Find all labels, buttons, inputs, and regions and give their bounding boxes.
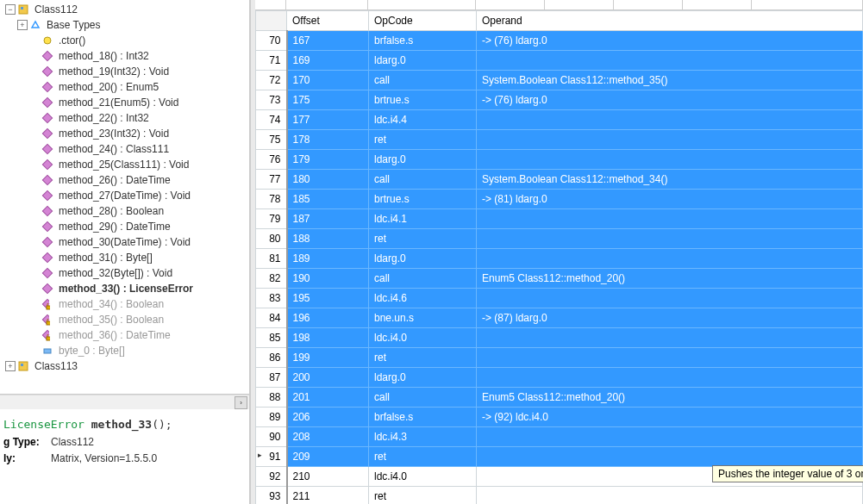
method-icon xyxy=(41,96,53,109)
tree-node-method[interactable]: method_18() : Int32 xyxy=(5,48,247,64)
tree-label: method_25(Class111) : Void xyxy=(57,157,191,172)
tree-node-method[interactable]: method_22() : Int32 xyxy=(5,110,247,126)
method-icon xyxy=(41,221,53,233)
col-header-opcode[interactable]: OpCode xyxy=(369,11,477,31)
cell-index: 78 xyxy=(256,190,287,209)
cell-operand xyxy=(477,130,863,150)
tree-node-method[interactable]: method_31() : Byte[] xyxy=(5,250,247,265)
table-row[interactable]: 81189ldarg.0 xyxy=(256,249,863,269)
table-row[interactable]: 75178ret xyxy=(256,130,863,150)
cell-offset: 196 xyxy=(287,308,369,328)
tree-node-method[interactable]: method_28() : Boolean xyxy=(5,203,247,219)
tree-node-class-sibling[interactable]: + Class113 xyxy=(5,358,247,374)
method-icon xyxy=(41,174,53,186)
cell-operand xyxy=(477,150,863,170)
cell-opcode: ldc.i4.3 xyxy=(369,427,477,447)
expander-placeholder xyxy=(29,113,40,123)
tree-node-method[interactable]: method_25(Class111) : Void xyxy=(5,157,247,172)
table-row[interactable]: 79187ldc.i4.1 xyxy=(256,209,863,229)
sig-method-name: method_33 xyxy=(91,418,152,431)
method-icon xyxy=(41,159,53,171)
col-header-index[interactable] xyxy=(256,11,287,31)
expander-icon[interactable]: − xyxy=(5,4,16,15)
h-scrollbar[interactable]: › xyxy=(0,395,249,409)
tree-node-base-types[interactable]: + Base Types xyxy=(5,17,247,33)
tree-node-method[interactable]: method_33() : LicenseError xyxy=(5,281,247,296)
tree-label: method_28() : Boolean xyxy=(57,203,166,219)
class-icon xyxy=(17,3,29,16)
tree-node-method[interactable]: method_23(Int32) : Void xyxy=(5,126,247,141)
table-row[interactable]: 72170callSystem.Boolean Class112::method… xyxy=(256,71,863,90)
svg-rect-13 xyxy=(42,206,52,215)
expander-placeholder xyxy=(29,66,40,77)
il-table: Offset OpCode Operand 70167brfalse.s-> (… xyxy=(255,10,863,504)
table-row[interactable]: 73175brtrue.s-> (76) ldarg.0 xyxy=(256,90,863,110)
expander-icon[interactable]: + xyxy=(5,361,16,371)
tree-node-method[interactable]: method_20() : Enum5 xyxy=(5,79,247,95)
table-row[interactable]: 82190callEnum5 Class112::method_20() xyxy=(256,269,863,289)
scroll-right-arrow-icon[interactable]: › xyxy=(235,396,247,409)
cell-operand xyxy=(477,289,863,308)
expander-placeholder xyxy=(29,283,40,294)
tree-node-method[interactable]: method_29() : DateTime xyxy=(5,219,247,234)
table-row[interactable]: 70167brfalse.s-> (76) ldarg.0 xyxy=(256,31,863,51)
table-row[interactable]: 76179ldarg.0 xyxy=(256,150,863,170)
cell-index: 77 xyxy=(256,170,287,190)
tree-node-method[interactable]: method_24() : Class111 xyxy=(5,141,247,157)
expander-placeholder xyxy=(29,144,40,154)
table-row[interactable]: 92210ldc.i4.0 xyxy=(256,467,863,487)
table-row[interactable]: 87200ldarg.0 xyxy=(256,368,863,388)
expander-placeholder xyxy=(29,175,40,185)
tree-node-class[interactable]: − Class112 xyxy=(5,2,247,17)
cell-index: 90 xyxy=(256,427,287,447)
cell-opcode: ret xyxy=(369,130,477,150)
tree-label: .ctor() xyxy=(57,33,87,48)
table-row[interactable]: 93211ret xyxy=(256,487,863,505)
table-row[interactable]: 85198ldc.i4.0 xyxy=(256,328,863,348)
table-row[interactable]: 86199ret xyxy=(256,348,863,368)
scroll-track[interactable] xyxy=(0,396,235,409)
table-row[interactable]: 78185brtrue.s-> (81) ldarg.0 xyxy=(256,190,863,209)
tree-label: method_19(Int32) : Void xyxy=(57,64,171,79)
tree-node-method[interactable]: method_19(Int32) : Void xyxy=(5,64,247,79)
il-grid[interactable]: Offset OpCode Operand 70167brfalse.s-> (… xyxy=(255,10,863,504)
tree-node-method[interactable]: method_34() : Boolean xyxy=(5,296,247,312)
cell-opcode: ldc.i4.1 xyxy=(369,209,477,229)
cell-offset: 170 xyxy=(287,71,369,90)
tree-node-method[interactable]: method_35() : Boolean xyxy=(5,312,247,327)
table-row[interactable]: 90208ldc.i4.3 xyxy=(256,427,863,447)
cell-offset: 177 xyxy=(287,110,369,130)
tree-label: method_21(Enum5) : Void xyxy=(57,95,180,110)
col-header-offset[interactable]: Offset xyxy=(287,11,369,31)
cell-offset: 200 xyxy=(287,368,369,388)
cell-operand xyxy=(477,209,863,229)
tree-node-method[interactable]: method_27(DateTime) : Void xyxy=(5,188,247,203)
expander-icon[interactable]: + xyxy=(17,20,28,30)
tree-node-ctor[interactable]: .ctor() xyxy=(5,33,247,48)
table-row[interactable]: 88201callEnum5 Class112::method_20() xyxy=(256,388,863,408)
tree-node-method[interactable]: method_26() : DateTime xyxy=(5,172,247,188)
tree-node-method[interactable]: method_21(Enum5) : Void xyxy=(5,95,247,110)
tree-node-method[interactable]: method_30(DateTime) : Void xyxy=(5,234,247,250)
cell-offset: 195 xyxy=(287,289,369,308)
cell-index: 82 xyxy=(256,269,287,289)
table-row[interactable]: 84196bne.un.s-> (87) ldarg.0 xyxy=(256,308,863,328)
tree-label: method_24() : Class111 xyxy=(57,141,171,157)
table-row[interactable]: 83195ldc.i4.6 xyxy=(256,289,863,308)
table-row[interactable]: 71169ldarg.0 xyxy=(256,51,863,71)
tree-scroll[interactable]: − Class112 + Base Types xyxy=(0,0,249,395)
cell-opcode: ldarg.0 xyxy=(369,51,477,71)
table-row[interactable]: 89206brfalse.s-> (92) ldc.i4.0 xyxy=(256,408,863,427)
table-row[interactable]: 91209ret xyxy=(256,447,863,467)
table-row[interactable]: 74177ldc.i4.4 xyxy=(256,110,863,130)
tree-node-method[interactable]: method_32(Byte[]) : Void xyxy=(5,265,247,281)
cell-offset: 209 xyxy=(287,447,369,467)
cell-offset: 210 xyxy=(287,467,369,487)
tree-node-field[interactable]: byte_0 : Byte[] xyxy=(5,343,247,358)
method-signature: LicenseError method_33(); xyxy=(3,416,246,434)
method-icon xyxy=(41,329,53,341)
col-header-operand[interactable]: Operand xyxy=(477,11,863,31)
tree-node-method[interactable]: method_36() : DateTime xyxy=(5,327,247,343)
table-row[interactable]: 77180callSystem.Boolean Class112::method… xyxy=(256,170,863,190)
table-row[interactable]: 80188ret xyxy=(256,229,863,249)
